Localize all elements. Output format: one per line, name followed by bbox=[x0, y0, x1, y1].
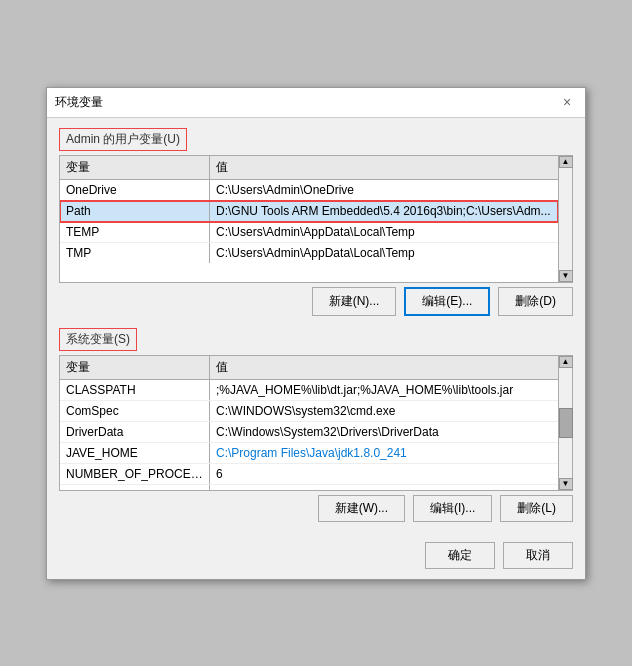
sys-row-comspec[interactable]: ComSpec C:\WINDOWS\system32\cmd.exe bbox=[60, 401, 558, 422]
sys-table-scrollbar[interactable]: ▲ ▼ bbox=[558, 356, 572, 490]
user-delete-button[interactable]: 删除(D) bbox=[498, 287, 573, 316]
sys-table-header: 变量 值 bbox=[60, 356, 558, 380]
sys-row-javehome-val: C:\Program Files\Java\jdk1.8.0_241 bbox=[210, 443, 558, 463]
environment-variables-dialog: 环境变量 × Admin 的用户变量(U) 变量 值 OneDrive C:\U… bbox=[46, 87, 586, 580]
user-row-path[interactable]: Path D:\GNU Tools ARM Embedded\5.4 2016q… bbox=[60, 201, 558, 222]
sys-row-classpath-val: ;%JAVA_HOME%\lib\dt.jar;%JAVA_HOME%\lib\… bbox=[210, 380, 558, 400]
title-bar: 环境变量 × bbox=[47, 88, 585, 118]
user-row-tmp-var: TMP bbox=[60, 243, 210, 263]
sys-col-val-header: 值 bbox=[210, 356, 558, 379]
dialog-body: Admin 的用户变量(U) 变量 值 OneDrive C:\Users\Ad… bbox=[47, 118, 585, 534]
footer-btn-row: 确定 取消 bbox=[47, 534, 585, 579]
sys-row-os-var: OS bbox=[60, 485, 210, 490]
user-row-temp-var: TEMP bbox=[60, 222, 210, 242]
user-row-tmp-val: C:\Users\Admin\AppData\Local\Temp bbox=[210, 243, 558, 263]
sys-table-container: 变量 值 CLASSPATH ;%JAVA_HOME%\lib\dt.jar;%… bbox=[60, 356, 558, 490]
user-row-onedrive-var: OneDrive bbox=[60, 180, 210, 200]
close-button[interactable]: × bbox=[557, 92, 577, 112]
cancel-button[interactable]: 取消 bbox=[503, 542, 573, 569]
user-row-path-val: D:\GNU Tools ARM Embedded\5.4 2016q3\bin… bbox=[210, 201, 558, 221]
user-row-tmp[interactable]: TMP C:\Users\Admin\AppData\Local\Temp bbox=[60, 243, 558, 263]
dialog-title: 环境变量 bbox=[55, 94, 103, 111]
user-section-label: Admin 的用户变量(U) bbox=[59, 128, 187, 151]
sys-row-javehome[interactable]: JAVE_HOME C:\Program Files\Java\jdk1.8.0… bbox=[60, 443, 558, 464]
user-col-val-header: 值 bbox=[210, 156, 558, 179]
sys-variables-table: 变量 值 CLASSPATH ;%JAVA_HOME%\lib\dt.jar;%… bbox=[59, 355, 573, 491]
user-row-onedrive-val: C:\Users\Admin\OneDrive bbox=[210, 180, 558, 200]
sys-row-classpath[interactable]: CLASSPATH ;%JAVA_HOME%\lib\dt.jar;%JAVA_… bbox=[60, 380, 558, 401]
sys-table-body: CLASSPATH ;%JAVA_HOME%\lib\dt.jar;%JAVA_… bbox=[60, 380, 558, 490]
user-row-onedrive[interactable]: OneDrive C:\Users\Admin\OneDrive bbox=[60, 180, 558, 201]
user-table-header: 变量 值 bbox=[60, 156, 558, 180]
user-table-body: OneDrive C:\Users\Admin\OneDrive Path D:… bbox=[60, 180, 558, 282]
user-table-container: 变量 值 OneDrive C:\Users\Admin\OneDrive Pa… bbox=[60, 156, 558, 282]
sys-edit-button[interactable]: 编辑(I)... bbox=[413, 495, 492, 522]
sys-row-driverdata-var: DriverData bbox=[60, 422, 210, 442]
user-variables-section: Admin 的用户变量(U) 变量 值 OneDrive C:\Users\Ad… bbox=[59, 128, 573, 318]
sys-row-os-val: Windows_NT bbox=[210, 485, 558, 490]
ok-button[interactable]: 确定 bbox=[425, 542, 495, 569]
sys-col-var-header: 变量 bbox=[60, 356, 210, 379]
user-row-temp-val: C:\Users\Admin\AppData\Local\Temp bbox=[210, 222, 558, 242]
sys-row-driverdata[interactable]: DriverData C:\Windows\System32\Drivers\D… bbox=[60, 422, 558, 443]
sys-row-driverdata-val: C:\Windows\System32\Drivers\DriverData bbox=[210, 422, 558, 442]
user-edit-button[interactable]: 编辑(E)... bbox=[404, 287, 490, 316]
sys-row-os[interactable]: OS Windows_NT bbox=[60, 485, 558, 490]
user-row-temp[interactable]: TEMP C:\Users\Admin\AppData\Local\Temp bbox=[60, 222, 558, 243]
sys-row-numproc-val: 6 bbox=[210, 464, 558, 484]
sys-section-label: 系统变量(S) bbox=[59, 328, 137, 351]
user-table-scrollbar[interactable]: ▲ ▼ bbox=[558, 156, 572, 282]
user-col-var-header: 变量 bbox=[60, 156, 210, 179]
user-new-button[interactable]: 新建(N)... bbox=[312, 287, 397, 316]
user-btn-row: 新建(N)... 编辑(E)... 删除(D) bbox=[59, 283, 573, 318]
sys-row-numproc-var: NUMBER_OF_PROCESSORS bbox=[60, 464, 210, 484]
sys-row-comspec-var: ComSpec bbox=[60, 401, 210, 421]
sys-row-comspec-val: C:\WINDOWS\system32\cmd.exe bbox=[210, 401, 558, 421]
sys-delete-button[interactable]: 删除(L) bbox=[500, 495, 573, 522]
sys-btn-row: 新建(W)... 编辑(I)... 删除(L) bbox=[59, 491, 573, 524]
sys-row-javehome-var: JAVE_HOME bbox=[60, 443, 210, 463]
sys-variables-section: 系统变量(S) 变量 值 CLASSPATH ;%JAVA_HOME%\lib\… bbox=[59, 328, 573, 524]
user-variables-table: 变量 值 OneDrive C:\Users\Admin\OneDrive Pa… bbox=[59, 155, 573, 283]
sys-row-classpath-var: CLASSPATH bbox=[60, 380, 210, 400]
user-row-path-var: Path bbox=[60, 201, 210, 221]
sys-new-button[interactable]: 新建(W)... bbox=[318, 495, 405, 522]
sys-row-numproc[interactable]: NUMBER_OF_PROCESSORS 6 bbox=[60, 464, 558, 485]
